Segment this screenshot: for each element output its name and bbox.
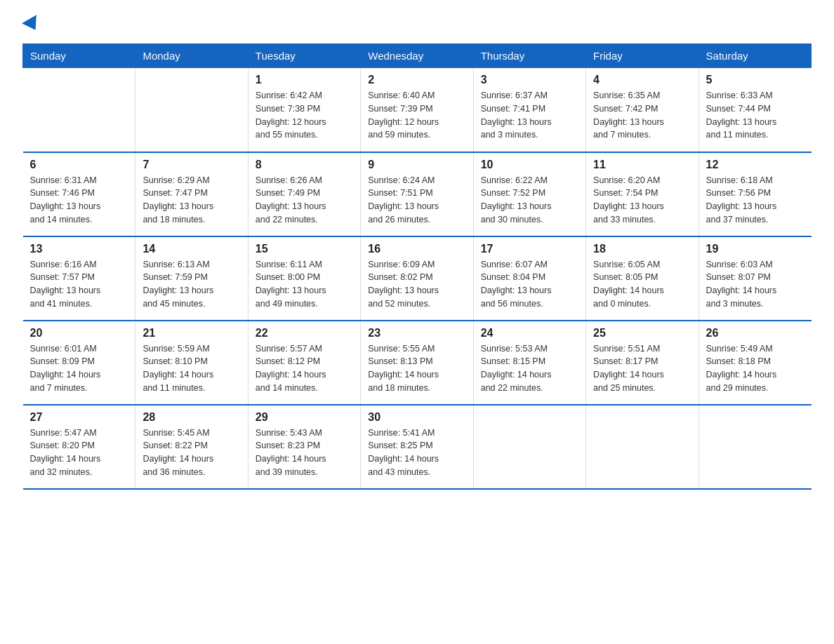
calendar-cell: 14Sunrise: 6:13 AM Sunset: 7:59 PM Dayli…	[135, 236, 248, 321]
calendar-cell: 16Sunrise: 6:09 AM Sunset: 8:02 PM Dayli…	[361, 236, 473, 321]
calendar-cell	[23, 68, 135, 152]
day-info: Sunrise: 6:05 AM Sunset: 8:05 PM Dayligh…	[593, 258, 691, 311]
days-of-week-row: SundayMondayTuesdayWednesdayThursdayFrid…	[23, 44, 812, 68]
day-number: 30	[368, 411, 465, 424]
calendar-cell: 30Sunrise: 5:41 AM Sunset: 8:25 PM Dayli…	[361, 405, 473, 489]
calendar-cell: 27Sunrise: 5:47 AM Sunset: 8:20 PM Dayli…	[23, 405, 135, 489]
calendar-cell: 4Sunrise: 6:35 AM Sunset: 7:42 PM Daylig…	[586, 68, 699, 152]
calendar-cell: 6Sunrise: 6:31 AM Sunset: 7:46 PM Daylig…	[23, 152, 135, 236]
calendar-cell: 26Sunrise: 5:49 AM Sunset: 8:18 PM Dayli…	[699, 321, 811, 405]
day-info: Sunrise: 6:03 AM Sunset: 8:07 PM Dayligh…	[706, 258, 805, 311]
calendar-cell: 5Sunrise: 6:33 AM Sunset: 7:44 PM Daylig…	[699, 68, 811, 152]
day-info: Sunrise: 6:35 AM Sunset: 7:42 PM Dayligh…	[593, 89, 691, 142]
calendar-cell: 2Sunrise: 6:40 AM Sunset: 7:39 PM Daylig…	[361, 68, 473, 152]
day-number: 18	[593, 243, 691, 255]
day-number: 11	[593, 159, 691, 171]
day-number: 12	[706, 159, 805, 171]
day-info: Sunrise: 6:09 AM Sunset: 8:02 PM Dayligh…	[368, 258, 465, 311]
page-header	[22, 17, 812, 29]
day-number: 10	[481, 159, 578, 171]
day-number: 13	[30, 243, 128, 255]
calendar-cell	[473, 405, 585, 489]
day-info: Sunrise: 6:01 AM Sunset: 8:09 PM Dayligh…	[30, 342, 128, 395]
calendar-cell: 25Sunrise: 5:51 AM Sunset: 8:17 PM Dayli…	[586, 321, 699, 405]
calendar-cell: 20Sunrise: 6:01 AM Sunset: 8:09 PM Dayli…	[23, 321, 135, 405]
day-number: 9	[368, 159, 465, 171]
day-number: 20	[30, 327, 128, 340]
calendar-cell: 9Sunrise: 6:24 AM Sunset: 7:51 PM Daylig…	[361, 152, 473, 236]
day-info: Sunrise: 5:41 AM Sunset: 8:25 PM Dayligh…	[368, 427, 465, 479]
calendar-cell: 23Sunrise: 5:55 AM Sunset: 8:13 PM Dayli…	[361, 321, 473, 405]
calendar-cell: 22Sunrise: 5:57 AM Sunset: 8:12 PM Dayli…	[248, 321, 360, 405]
calendar-table: SundayMondayTuesdayWednesdayThursdayFrid…	[22, 43, 812, 490]
day-info: Sunrise: 6:31 AM Sunset: 7:46 PM Dayligh…	[30, 174, 128, 227]
day-info: Sunrise: 6:24 AM Sunset: 7:51 PM Dayligh…	[368, 174, 465, 227]
calendar-cell: 13Sunrise: 6:16 AM Sunset: 7:57 PM Dayli…	[23, 236, 135, 321]
day-of-week-header: Saturday	[699, 44, 811, 68]
day-number: 8	[256, 159, 353, 171]
calendar-cell: 10Sunrise: 6:22 AM Sunset: 7:52 PM Dayli…	[473, 152, 585, 236]
calendar-week-row: 6Sunrise: 6:31 AM Sunset: 7:46 PM Daylig…	[23, 152, 812, 236]
day-info: Sunrise: 6:18 AM Sunset: 7:56 PM Dayligh…	[706, 174, 805, 227]
calendar-cell: 7Sunrise: 6:29 AM Sunset: 7:47 PM Daylig…	[135, 152, 248, 236]
day-of-week-header: Wednesday	[361, 44, 473, 68]
day-info: Sunrise: 6:07 AM Sunset: 8:04 PM Dayligh…	[481, 258, 578, 311]
calendar-cell: 19Sunrise: 6:03 AM Sunset: 8:07 PM Dayli…	[699, 236, 811, 321]
day-info: Sunrise: 6:40 AM Sunset: 7:39 PM Dayligh…	[368, 89, 465, 142]
calendar-cell: 28Sunrise: 5:45 AM Sunset: 8:22 PM Dayli…	[135, 405, 248, 489]
day-number: 21	[143, 327, 240, 340]
day-number: 29	[256, 411, 353, 424]
day-number: 15	[256, 243, 353, 255]
day-info: Sunrise: 6:11 AM Sunset: 8:00 PM Dayligh…	[256, 258, 353, 311]
day-number: 16	[368, 243, 465, 255]
calendar-cell: 15Sunrise: 6:11 AM Sunset: 8:00 PM Dayli…	[248, 236, 360, 321]
day-of-week-header: Tuesday	[248, 44, 360, 68]
day-info: Sunrise: 6:29 AM Sunset: 7:47 PM Dayligh…	[143, 174, 240, 227]
day-of-week-header: Sunday	[23, 44, 135, 68]
day-number: 4	[593, 74, 691, 86]
day-info: Sunrise: 5:51 AM Sunset: 8:17 PM Dayligh…	[593, 342, 691, 395]
day-info: Sunrise: 6:16 AM Sunset: 7:57 PM Dayligh…	[30, 258, 128, 311]
day-info: Sunrise: 5:45 AM Sunset: 8:22 PM Dayligh…	[143, 427, 240, 479]
calendar-cell: 11Sunrise: 6:20 AM Sunset: 7:54 PM Dayli…	[586, 152, 699, 236]
calendar-week-row: 20Sunrise: 6:01 AM Sunset: 8:09 PM Dayli…	[23, 321, 812, 405]
calendar-cell: 18Sunrise: 6:05 AM Sunset: 8:05 PM Dayli…	[586, 236, 699, 321]
calendar-header: SundayMondayTuesdayWednesdayThursdayFrid…	[23, 44, 812, 68]
day-number: 7	[143, 159, 240, 171]
day-number: 23	[368, 327, 465, 340]
day-info: Sunrise: 6:37 AM Sunset: 7:41 PM Dayligh…	[481, 89, 578, 142]
day-of-week-header: Monday	[135, 44, 248, 68]
day-number: 25	[593, 327, 691, 340]
day-number: 27	[30, 411, 128, 424]
day-info: Sunrise: 5:43 AM Sunset: 8:23 PM Dayligh…	[256, 427, 353, 479]
day-number: 6	[30, 159, 128, 171]
calendar-cell	[699, 405, 811, 489]
calendar-cell: 3Sunrise: 6:37 AM Sunset: 7:41 PM Daylig…	[473, 68, 585, 152]
day-number: 22	[256, 327, 353, 340]
calendar-cell: 8Sunrise: 6:26 AM Sunset: 7:49 PM Daylig…	[248, 152, 360, 236]
logo-triangle-icon	[22, 15, 43, 34]
day-of-week-header: Thursday	[473, 44, 585, 68]
day-info: Sunrise: 5:57 AM Sunset: 8:12 PM Dayligh…	[256, 342, 353, 395]
day-info: Sunrise: 6:13 AM Sunset: 7:59 PM Dayligh…	[143, 258, 240, 311]
day-of-week-header: Friday	[586, 44, 699, 68]
day-info: Sunrise: 6:42 AM Sunset: 7:38 PM Dayligh…	[256, 89, 353, 142]
calendar-cell	[135, 68, 248, 152]
calendar-body: 1Sunrise: 6:42 AM Sunset: 7:38 PM Daylig…	[23, 68, 812, 489]
calendar-cell	[586, 405, 699, 489]
day-number: 19	[706, 243, 805, 255]
calendar-cell: 29Sunrise: 5:43 AM Sunset: 8:23 PM Dayli…	[248, 405, 360, 489]
day-info: Sunrise: 6:33 AM Sunset: 7:44 PM Dayligh…	[706, 89, 805, 142]
day-number: 17	[481, 243, 578, 255]
day-info: Sunrise: 5:55 AM Sunset: 8:13 PM Dayligh…	[368, 342, 465, 395]
day-number: 5	[706, 74, 805, 86]
day-number: 24	[481, 327, 578, 340]
calendar-cell: 24Sunrise: 5:53 AM Sunset: 8:15 PM Dayli…	[473, 321, 585, 405]
calendar-cell: 12Sunrise: 6:18 AM Sunset: 7:56 PM Dayli…	[699, 152, 811, 236]
day-number: 1	[256, 74, 353, 86]
calendar-week-row: 13Sunrise: 6:16 AM Sunset: 7:57 PM Dayli…	[23, 236, 812, 321]
day-info: Sunrise: 5:49 AM Sunset: 8:18 PM Dayligh…	[706, 342, 805, 395]
day-info: Sunrise: 5:53 AM Sunset: 8:15 PM Dayligh…	[481, 342, 578, 395]
day-number: 26	[706, 327, 805, 340]
day-info: Sunrise: 6:22 AM Sunset: 7:52 PM Dayligh…	[481, 174, 578, 227]
